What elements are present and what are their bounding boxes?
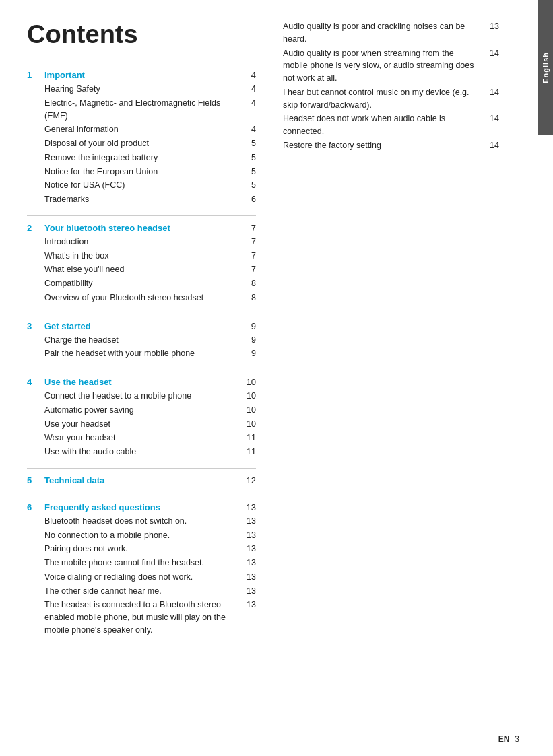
- sub-item: The mobile phone cannot find the headset…: [27, 557, 256, 570]
- sub-item-text: Bluetooth headset does not switch on.: [44, 515, 242, 528]
- section-page-4: 10: [247, 377, 256, 387]
- english-tab: English: [538, 0, 553, 135]
- sub-item: The other side cannot hear me.13: [27, 585, 256, 598]
- sub-item-text: Use your headset: [44, 418, 242, 431]
- sub-item-page: 11: [242, 446, 256, 458]
- right-item-text: Restore the factory setting: [283, 139, 486, 152]
- section-divider-1: [27, 63, 256, 63]
- sub-item-text: Voice dialing or redialing does not work…: [44, 571, 242, 584]
- sub-item-text: The other side cannot hear me.: [44, 585, 242, 598]
- sub-item: Trademarks6: [27, 193, 256, 206]
- sub-item-text: Wear your headset: [44, 432, 242, 444]
- sub-item: Automatic power saving10: [27, 404, 256, 417]
- sub-item-text: Use with the audio cable: [44, 446, 242, 458]
- sub-item-page: 7: [242, 236, 256, 248]
- sub-item: Voice dialing or redialing does not work…: [27, 571, 256, 584]
- sub-item-page: 4: [242, 83, 256, 96]
- section-title-5: Technical data: [39, 475, 247, 485]
- section-group-6: 6Frequently asked questions13Bluetooth h…: [27, 495, 256, 637]
- sub-item-text: The mobile phone cannot find the headset…: [44, 557, 242, 570]
- sub-item: What else you'll need7: [27, 263, 256, 276]
- sub-item-page: 13: [242, 543, 256, 555]
- section-heading-4: 4Use the headset10: [27, 377, 256, 387]
- sub-item-page: 8: [242, 291, 256, 304]
- section-group-2: 2Your bluetooth stereo headset7Introduct…: [27, 215, 256, 304]
- sub-item-text: Notice for USA (FCC): [44, 179, 242, 192]
- sub-item-page: 8: [242, 277, 256, 290]
- sub-item-page: 13: [242, 529, 256, 542]
- sub-item-text: Remove the integrated battery: [44, 151, 242, 164]
- sub-item: Connect the headset to a mobile phone10: [27, 390, 256, 403]
- sub-item: Compatibility8: [27, 277, 256, 290]
- sub-item-text: Automatic power saving: [44, 404, 242, 417]
- right-item-text: Audio quality is poor and crackling nois…: [283, 20, 486, 46]
- section-title-6: Frequently asked questions: [39, 502, 247, 512]
- section-divider-6: [27, 495, 256, 495]
- section-page-2: 7: [251, 223, 256, 233]
- sub-item-text: Pairing does not work.: [44, 543, 242, 555]
- sub-item: Notice for the European Union5: [27, 166, 256, 178]
- sub-item-text: Pair the headset with your mobile phone: [44, 347, 242, 360]
- sub-item-page: 9: [242, 334, 256, 347]
- sub-item: General information4: [27, 123, 256, 136]
- sub-item-text: Notice for the European Union: [44, 166, 242, 178]
- section-number-4: 4: [27, 377, 39, 387]
- right-item: Restore the factory setting14: [283, 139, 499, 152]
- sub-item-page: 5: [242, 151, 256, 164]
- right-item-text: I hear but cannot control music on my de…: [283, 86, 486, 112]
- sub-item-page: 10: [242, 418, 256, 431]
- sub-item-text: What else you'll need: [44, 263, 242, 276]
- right-item-page: 14: [486, 139, 499, 152]
- sub-item: Bluetooth headset does not switch on.13: [27, 515, 256, 528]
- content-area: Contents 1Important4Hearing Safety4Elect…: [0, 0, 553, 756]
- section-group-4: 4Use the headset10Connect the headset to…: [27, 370, 256, 458]
- sub-item-text: No connection to a mobile phone.: [44, 529, 242, 542]
- sub-item-page: 5: [242, 179, 256, 192]
- sub-item-page: 5: [242, 166, 256, 178]
- sub-item: Overview of your Bluetooth stereo headse…: [27, 291, 256, 304]
- sub-item-page: 13: [242, 585, 256, 598]
- page: English Contents 1Important4Hearing Safe…: [0, 0, 553, 756]
- section-heading-6: 6Frequently asked questions13: [27, 502, 256, 512]
- section-title-2: Your bluetooth stereo headset: [39, 223, 251, 233]
- section-title-1: Important: [39, 70, 251, 80]
- sub-item-page: 10: [242, 404, 256, 417]
- sub-item-text: Trademarks: [44, 193, 242, 206]
- section-group-3: 3Get started9Charge the headset9Pair the…: [27, 314, 256, 361]
- right-item-page: 14: [486, 86, 499, 99]
- sub-item: The headset is connected to a Bluetooth …: [27, 598, 256, 636]
- section-page-5: 12: [247, 475, 256, 485]
- section-title-4: Use the headset: [39, 377, 247, 387]
- sub-item: Pair the headset with your mobile phone9: [27, 347, 256, 360]
- sub-item-page: 4: [242, 123, 256, 136]
- section-heading-1: 1Important4: [27, 70, 256, 80]
- page-title: Contents: [27, 20, 256, 49]
- sub-item: Disposal of your old product5: [27, 137, 256, 150]
- section-heading-3: 3Get started9: [27, 321, 256, 331]
- sub-item-text: Introduction: [44, 236, 242, 248]
- sub-item: Use your headset10: [27, 418, 256, 431]
- sub-item: Use with the audio cable11: [27, 446, 256, 458]
- sub-item: Pairing does not work.13: [27, 543, 256, 555]
- section-group-5: 5Technical data12: [27, 468, 256, 485]
- footer-page: 3: [515, 734, 519, 744]
- sub-item-text: The headset is connected to a Bluetooth …: [44, 598, 242, 636]
- sub-item-text: Overview of your Bluetooth stereo headse…: [44, 291, 242, 304]
- section-number-6: 6: [27, 502, 39, 512]
- sub-item-page: 10: [242, 390, 256, 403]
- sub-item: What's in the box7: [27, 250, 256, 263]
- section-heading-5: 5Technical data12: [27, 475, 256, 485]
- sub-item: Wear your headset11: [27, 432, 256, 444]
- sub-item-text: Charge the headset: [44, 334, 242, 347]
- right-item: Headset does not work when audio cable i…: [283, 112, 499, 138]
- sub-item-text: Disposal of your old product: [44, 137, 242, 150]
- sub-item-page: 13: [242, 515, 256, 528]
- section-title-3: Get started: [39, 321, 251, 331]
- section-number-1: 1: [27, 70, 39, 80]
- sub-item-page: 11: [242, 432, 256, 444]
- section-divider-4: [27, 370, 256, 370]
- english-tab-label: English: [542, 52, 550, 83]
- sub-item-page: 13: [242, 598, 256, 611]
- section-page-6: 13: [247, 502, 256, 512]
- section-divider-2: [27, 215, 256, 216]
